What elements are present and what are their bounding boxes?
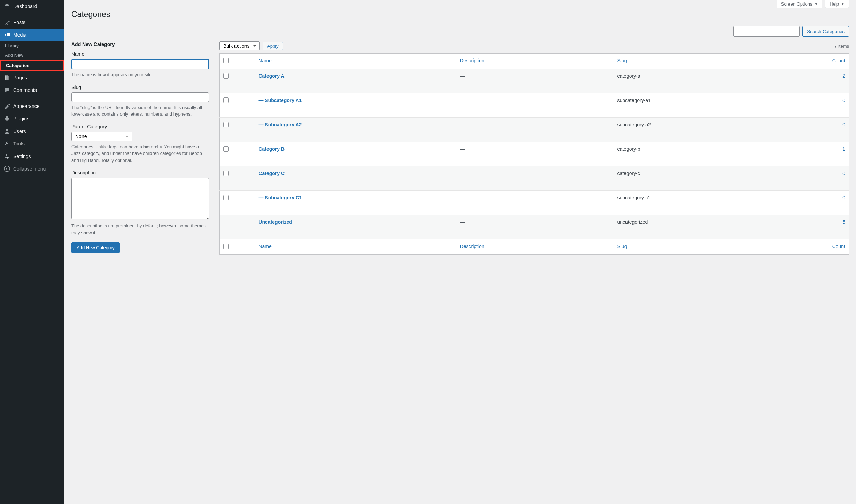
sidebar-item-dashboard[interactable]: Dashboard bbox=[0, 0, 64, 13]
col-name[interactable]: Name bbox=[258, 58, 271, 63]
add-category-form: Add New Category Name The name is how it… bbox=[71, 41, 209, 255]
bulk-actions-select[interactable]: Bulk actions bbox=[219, 41, 260, 50]
row-description: — bbox=[460, 146, 465, 152]
search-row: Search Categories bbox=[71, 26, 849, 37]
row-checkbox[interactable] bbox=[223, 195, 229, 200]
sidebar-item-label: Appearance bbox=[13, 103, 40, 109]
main-content: Screen Options ▼ Help ▼ Categories Searc… bbox=[64, 0, 856, 504]
chevron-down-icon: ▼ bbox=[841, 2, 845, 6]
settings-icon bbox=[3, 153, 10, 160]
select-all-checkbox-footer[interactable] bbox=[223, 244, 229, 249]
description-textarea[interactable] bbox=[71, 178, 209, 219]
tools-icon bbox=[3, 140, 10, 147]
col-count-footer[interactable]: Count bbox=[832, 244, 845, 249]
col-count[interactable]: Count bbox=[832, 58, 845, 63]
table-row: Uncategorized—uncategorized5 bbox=[220, 215, 849, 239]
pages-icon bbox=[3, 74, 10, 81]
row-count-link[interactable]: 0 bbox=[842, 171, 845, 176]
sidebar-item-label: Pages bbox=[13, 75, 27, 80]
row-slug: category-c bbox=[617, 171, 640, 176]
users-icon bbox=[3, 128, 10, 135]
description-label: Description bbox=[71, 170, 209, 175]
sidebar-item-label: Dashboard bbox=[13, 3, 37, 9]
sidebar-item-posts[interactable]: Posts bbox=[0, 16, 64, 29]
sidebar-item-label: Users bbox=[13, 128, 26, 134]
row-count-link[interactable]: 0 bbox=[842, 195, 845, 200]
sidebar-item-label: Media bbox=[13, 32, 26, 38]
row-checkbox[interactable] bbox=[223, 171, 229, 176]
row-count-link[interactable]: 0 bbox=[842, 97, 845, 103]
row-description: — bbox=[460, 195, 465, 200]
row-checkbox[interactable] bbox=[223, 97, 229, 103]
row-count-link[interactable]: 5 bbox=[842, 219, 845, 225]
sidebar-item-comments[interactable]: Comments bbox=[0, 84, 64, 96]
row-name-link[interactable]: Category C bbox=[258, 171, 285, 176]
row-name-link[interactable]: Category B bbox=[258, 146, 285, 152]
form-heading: Add New Category bbox=[71, 41, 209, 47]
help-button[interactable]: Help ▼ bbox=[825, 0, 849, 8]
table-row: Category B—category-b1 bbox=[220, 142, 849, 166]
col-description-footer[interactable]: Description bbox=[460, 244, 484, 249]
comments-icon bbox=[3, 87, 10, 94]
col-slug[interactable]: Slug bbox=[617, 58, 627, 63]
name-label: Name bbox=[71, 51, 209, 57]
sidebar-item-label: Tools bbox=[13, 141, 25, 147]
row-description: — bbox=[460, 73, 465, 79]
sidebar-subitem-add-new[interactable]: Add New bbox=[0, 50, 64, 60]
row-count-link[interactable]: 2 bbox=[842, 73, 845, 79]
slug-input[interactable] bbox=[71, 92, 209, 102]
row-slug: uncategorized bbox=[617, 219, 648, 225]
page-title: Categories bbox=[71, 0, 849, 26]
admin-sidebar: Dashboard Posts Media Library Add New Ca… bbox=[0, 0, 64, 504]
row-name-link[interactable]: — Subcategory C1 bbox=[258, 195, 302, 200]
collapse-menu[interactable]: Collapse menu bbox=[0, 163, 64, 175]
sidebar-item-appearance[interactable]: Appearance bbox=[0, 100, 64, 112]
search-categories-button[interactable]: Search Categories bbox=[802, 26, 849, 37]
slug-label: Slug bbox=[71, 85, 209, 90]
appearance-icon bbox=[3, 103, 10, 110]
items-count: 7 items bbox=[834, 44, 849, 49]
parent-select[interactable]: None bbox=[71, 132, 132, 141]
row-name-link[interactable]: — Subcategory A2 bbox=[258, 122, 302, 127]
name-help: The name is how it appears on your site. bbox=[71, 71, 209, 78]
sidebar-subitem-library[interactable]: Library bbox=[0, 41, 64, 50]
media-icon bbox=[3, 31, 10, 38]
search-input[interactable] bbox=[733, 26, 800, 37]
row-count-link[interactable]: 0 bbox=[842, 122, 845, 127]
add-category-button[interactable]: Add New Category bbox=[71, 242, 120, 253]
name-input[interactable] bbox=[71, 59, 209, 69]
sidebar-subitem-categories[interactable]: Categories bbox=[0, 60, 64, 71]
parent-help: Categories, unlike tags, can have a hier… bbox=[71, 143, 209, 164]
row-checkbox[interactable] bbox=[223, 122, 229, 127]
row-slug: subcategory-a1 bbox=[617, 97, 651, 103]
screen-options-button[interactable]: Screen Options ▼ bbox=[777, 0, 823, 8]
row-name-link[interactable]: Category A bbox=[258, 73, 284, 79]
sidebar-item-plugins[interactable]: Plugins bbox=[0, 112, 64, 125]
sidebar-item-settings[interactable]: Settings bbox=[0, 150, 64, 163]
row-name-link[interactable]: Uncategorized bbox=[258, 219, 292, 225]
row-slug: category-b bbox=[617, 146, 640, 152]
collapse-icon bbox=[3, 165, 10, 172]
row-count-link[interactable]: 1 bbox=[842, 146, 845, 152]
col-slug-footer[interactable]: Slug bbox=[617, 244, 627, 249]
apply-button[interactable]: Apply bbox=[263, 42, 283, 50]
row-checkbox[interactable] bbox=[223, 73, 229, 79]
svg-point-0 bbox=[5, 34, 6, 36]
row-description: — bbox=[460, 122, 465, 127]
sidebar-item-users[interactable]: Users bbox=[0, 125, 64, 137]
col-name-footer[interactable]: Name bbox=[258, 244, 271, 249]
sidebar-item-tools[interactable]: Tools bbox=[0, 137, 64, 150]
svg-rect-7 bbox=[7, 157, 8, 159]
row-name-link[interactable]: — Subcategory A1 bbox=[258, 97, 302, 103]
sidebar-item-pages[interactable]: Pages bbox=[0, 71, 64, 84]
col-description[interactable]: Description bbox=[460, 58, 484, 63]
collapse-label: Collapse menu bbox=[13, 166, 46, 172]
svg-point-8 bbox=[4, 166, 10, 172]
table-row: Category C—category-c0 bbox=[220, 166, 849, 191]
row-slug: subcategory-c1 bbox=[617, 195, 651, 200]
sidebar-item-media[interactable]: Media bbox=[0, 29, 64, 41]
row-slug: subcategory-a2 bbox=[617, 122, 651, 127]
row-checkbox[interactable] bbox=[223, 146, 229, 152]
screen-options-label: Screen Options bbox=[781, 1, 812, 7]
select-all-checkbox[interactable] bbox=[223, 58, 229, 63]
